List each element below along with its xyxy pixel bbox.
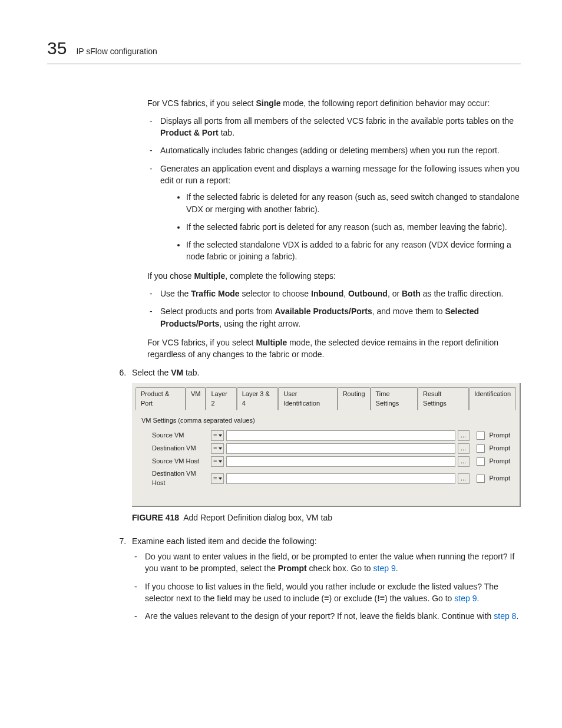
value-input[interactable] <box>226 456 455 467</box>
prompt-checkbox[interactable] <box>477 444 485 453</box>
list-item: Displays all ports from all members of t… <box>160 115 521 139</box>
chevron-down-icon <box>219 434 222 437</box>
operator-select[interactable]: = <box>211 473 224 484</box>
row-destination-vm-host: Destination VM Host = ... Prompt <box>152 469 510 488</box>
row-label: Destination VM <box>152 444 209 453</box>
prompt-checkbox[interactable] <box>477 457 485 466</box>
steps-block: Select the VM tab. Product & Port VM Lay… <box>128 367 521 622</box>
list-item: If the selected standalone VDX is added … <box>186 239 521 263</box>
row-label: Source VM Host <box>152 457 209 466</box>
prompt-label: Prompt <box>490 431 510 440</box>
prompt-label: Prompt <box>490 474 510 483</box>
chapter-number: 35 <box>47 35 67 61</box>
value-input[interactable] <box>226 443 455 454</box>
list-item: Generates an application event and displ… <box>160 163 521 263</box>
link-step9[interactable]: step 9 <box>373 564 396 573</box>
list-item: If you choose to list values in the fiel… <box>145 581 521 605</box>
dialog-tabs: Product & Port VM Layer 2 Layer 3 & 4 Us… <box>132 383 520 410</box>
row-destination-vm: Destination VM = ... Prompt <box>152 443 510 454</box>
operator-select[interactable]: = <box>211 430 224 441</box>
tab-layer34[interactable]: Layer 3 & 4 <box>237 387 279 410</box>
list-item: Use the Traffic Mode selector to choose … <box>160 288 521 299</box>
tab-routing[interactable]: Routing <box>338 387 371 410</box>
multiple-note: For VCS fabrics, if you select Multiple … <box>147 337 521 361</box>
prompt-label: Prompt <box>490 444 510 453</box>
tab-time-settings[interactable]: Time Settings <box>371 387 418 410</box>
list-item: If the selected fabric is deleted for an… <box>186 191 521 215</box>
multiple-intro: If you chose Multiple, complete the foll… <box>147 270 521 282</box>
single-mode-list: Displays all ports from all members of t… <box>147 115 521 263</box>
operator-select[interactable]: = <box>211 443 224 454</box>
list-item: Do you want to enter values in the field… <box>145 551 521 575</box>
tab-result-settings[interactable]: Result Settings <box>418 387 469 410</box>
chapter-title: IP sFlow configuration <box>76 45 157 57</box>
link-step9[interactable]: step 9 <box>454 594 477 603</box>
browse-button[interactable]: ... <box>458 473 470 484</box>
figure-caption: FIGURE 418 Add Report Definition dialog … <box>132 512 521 523</box>
prompt-checkbox[interactable] <box>477 431 485 440</box>
value-input[interactable] <box>226 430 455 441</box>
chevron-down-icon <box>219 447 222 450</box>
tab-user-id[interactable]: User Identification <box>278 387 337 410</box>
list-item: Are the values relevant to the design of… <box>145 610 521 622</box>
prompt-checkbox[interactable] <box>477 475 485 483</box>
content-single-mode: For VCS fabrics, if you select Single mo… <box>147 97 521 361</box>
tab-product-port[interactable]: Product & Port <box>135 387 186 410</box>
step7-list: Do you want to enter values in the field… <box>132 551 521 622</box>
chevron-down-icon <box>219 477 222 480</box>
dialog-vm-tab: Product & Port VM Layer 2 Layer 3 & 4 Us… <box>132 383 521 507</box>
step-6: Select the VM tab. Product & Port VM Lay… <box>128 367 521 523</box>
multiple-mode-list: Use the Traffic Mode selector to choose … <box>147 288 521 330</box>
row-source-vm: Source VM = ... Prompt <box>152 430 510 441</box>
single-mode-sublist: If the selected fabric is deleted for an… <box>160 191 521 262</box>
figure-number: FIGURE 418 <box>132 513 179 522</box>
figure-text: Add Report Definition dialog box, VM tab <box>183 513 332 522</box>
browse-button[interactable]: ... <box>458 456 470 467</box>
chevron-down-icon <box>219 460 222 463</box>
operator-select[interactable]: = <box>211 456 224 467</box>
row-label: Destination VM Host <box>152 469 209 488</box>
link-step8[interactable]: step 8 <box>494 611 516 621</box>
ordered-steps: Select the VM tab. Product & Port VM Lay… <box>128 367 521 622</box>
vcs-single-intro: For VCS fabrics, if you select Single mo… <box>147 97 521 109</box>
row-source-vm-host: Source VM Host = ... Prompt <box>152 456 510 467</box>
list-item: Select products and ports from Available… <box>160 305 521 330</box>
tabpanel-vm: VM Settings (comma separated values) Sou… <box>135 410 516 506</box>
list-item: Automatically includes fabric changes (a… <box>160 144 521 156</box>
page-header: 35 IP sFlow configuration <box>47 35 521 64</box>
tab-layer2[interactable]: Layer 2 <box>206 387 236 410</box>
tab-vm[interactable]: VM <box>186 387 206 410</box>
list-item: If the selected fabric port is deleted f… <box>186 221 521 233</box>
group-label: VM Settings (comma separated values) <box>141 416 510 426</box>
value-input[interactable] <box>226 473 455 484</box>
prompt-label: Prompt <box>490 457 510 466</box>
row-label: Source VM <box>152 431 209 440</box>
tab-identification[interactable]: Identification <box>469 387 516 410</box>
browse-button[interactable]: ... <box>458 443 470 454</box>
step-7: Examine each listed item and decide the … <box>128 535 521 622</box>
browse-button[interactable]: ... <box>458 430 470 441</box>
